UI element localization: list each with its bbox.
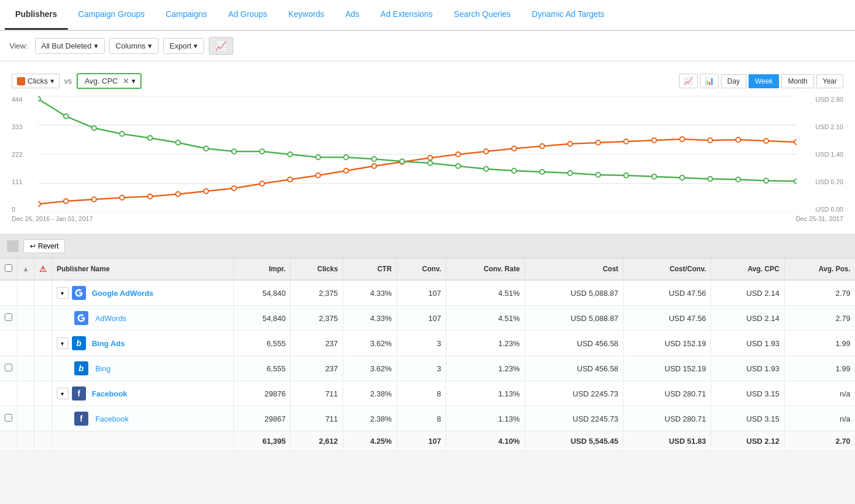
- tab-ad-groups[interactable]: Ad Groups: [218, 0, 278, 30]
- facebook-ads-icon: f: [72, 386, 86, 401]
- tab-keywords[interactable]: Keywords: [278, 0, 335, 30]
- svg-point-45: [372, 157, 377, 161]
- publishers-table: ▲ ⚠ Publisher Name Impr. Clicks CTR Conv…: [0, 258, 855, 451]
- row-clicks-cell: 711: [291, 406, 343, 431]
- facebook-name[interactable]: Facebook: [95, 415, 129, 423]
- row-checkbox-cell: [0, 381, 18, 406]
- svg-point-17: [372, 164, 377, 168]
- tab-ads[interactable]: Ads: [335, 0, 370, 30]
- header-triangle: ▲: [18, 258, 35, 280]
- tab-campaigns[interactable]: Campaigns: [155, 0, 218, 30]
- metric2-selector[interactable]: Avg. CPC ✕ ▾: [77, 73, 142, 89]
- export-dropdown[interactable]: Export ▾: [163, 38, 205, 54]
- svg-point-21: [484, 149, 488, 154]
- row-conv-cell: 8: [397, 406, 446, 431]
- svg-point-52: [568, 171, 573, 175]
- bing-ads-name[interactable]: Bing Ads: [92, 339, 125, 348]
- expand-google-button[interactable]: ▾: [57, 287, 68, 299]
- svg-point-53: [596, 172, 601, 177]
- metric2-label: Avg. CPC: [85, 77, 118, 85]
- chart-time-controls: 📈 📊 Day Week Month Year: [679, 74, 843, 88]
- view-option-label: All But Deleted: [42, 42, 92, 50]
- warning-icon: ⚠: [39, 264, 47, 274]
- revert-icon: ↩: [30, 242, 36, 250]
- svg-point-31: [764, 139, 768, 143]
- tab-ad-extensions[interactable]: Ad Extensions: [370, 0, 444, 30]
- header-warning: ⚠: [34, 258, 51, 280]
- row-triangle-cell: [18, 381, 35, 406]
- row-name-cell: ▾ Google AdWords: [51, 280, 234, 306]
- facebook-checkbox[interactable]: [5, 414, 12, 422]
- metric1-selector[interactable]: Clicks ▾: [12, 74, 60, 88]
- svg-point-6: [64, 199, 68, 203]
- facebook-ads-name[interactable]: Facebook: [92, 389, 127, 398]
- expand-bing-button[interactable]: ▾: [57, 337, 68, 349]
- google-adwords-name[interactable]: Google AdWords: [92, 289, 153, 298]
- drag-handle[interactable]: [7, 240, 19, 252]
- columns-label: Columns: [116, 42, 146, 50]
- svg-point-39: [204, 146, 208, 151]
- select-all-checkbox[interactable]: [5, 264, 12, 272]
- columns-chevron-icon: ▾: [148, 42, 152, 50]
- row-cost-conv-cell: USD 47.56: [623, 306, 711, 331]
- row-conv-cell: 107: [397, 306, 446, 331]
- row-impr-cell: 6,555: [234, 331, 291, 356]
- svg-point-11: [204, 189, 208, 194]
- table-row: ▾ Google AdWords 54,840 2,375 4.33% 107 …: [0, 280, 855, 306]
- adwords-name[interactable]: AdWords: [95, 314, 126, 323]
- y-right-000: USD 0.00: [815, 206, 843, 213]
- tab-publishers[interactable]: Publishers: [5, 0, 68, 30]
- row-cost-cell: USD 456.58: [525, 356, 623, 381]
- view-chevron-icon: ▾: [94, 42, 98, 50]
- tab-search-queries[interactable]: Search Queries: [443, 0, 521, 30]
- adwords-checkbox[interactable]: [5, 313, 12, 321]
- table-row: AdWords 54,840 2,375 4.33% 107 4.51% USD…: [0, 306, 855, 331]
- bing-name[interactable]: Bing: [95, 364, 111, 373]
- metric2-close-icon[interactable]: ✕: [123, 77, 129, 85]
- time-month-button[interactable]: Month: [781, 74, 813, 88]
- row-avg-pos-cell: n/a: [784, 381, 855, 406]
- tab-campaign-groups[interactable]: Campaign Groups: [68, 0, 156, 30]
- expand-facebook-button[interactable]: ▾: [57, 388, 68, 399]
- chart-toggle-button[interactable]: 📈: [209, 37, 233, 55]
- row-impr-cell: 6,555: [234, 356, 291, 381]
- row-name-cell: f Facebook: [51, 406, 234, 431]
- tab-dynamic-ad-targets[interactable]: Dynamic Ad Targets: [521, 0, 615, 30]
- row-checkbox-cell: [0, 331, 18, 356]
- svg-point-55: [652, 174, 657, 179]
- bing-checkbox[interactable]: [5, 364, 12, 371]
- chart-dates: Dec 26, 2016 - Jan 01, 2017 Dec 25-31, 2…: [12, 215, 843, 222]
- svg-point-36: [120, 132, 125, 136]
- row-conv-rate-cell: 1.23%: [446, 356, 525, 381]
- y-left-444: 444: [12, 96, 22, 103]
- totals-conv: 107: [397, 431, 446, 451]
- chart-type-line-button[interactable]: 📈: [679, 74, 698, 88]
- time-day-button[interactable]: Day: [721, 74, 746, 88]
- row-clicks-cell: 237: [291, 356, 343, 381]
- chart-type-bar-button[interactable]: 📊: [700, 74, 719, 88]
- svg-point-30: [736, 137, 740, 142]
- time-year-button[interactable]: Year: [816, 74, 843, 88]
- row-avg-cpc-cell: USD 2.14: [711, 280, 784, 306]
- svg-point-59: [764, 178, 768, 183]
- y-right-280: USD 2.80: [815, 96, 843, 103]
- y-right-210: USD 2.10: [815, 123, 843, 130]
- view-dropdown[interactable]: All But Deleted ▾: [35, 38, 105, 54]
- google-adwords-icon: [72, 286, 86, 300]
- table-row: f Facebook 29867 711 2.38% 8 1.13% USD 2…: [0, 406, 855, 431]
- time-week-button[interactable]: Week: [749, 74, 779, 88]
- svg-point-13: [260, 181, 264, 186]
- metric1-color: [17, 77, 25, 85]
- row-warning-cell: [34, 331, 51, 356]
- header-cost-conv: Cost/Conv.: [623, 258, 711, 280]
- chart-selectors: Clicks ▾ vs Avg. CPC ✕ ▾: [12, 73, 142, 89]
- columns-dropdown[interactable]: Columns ▾: [109, 38, 158, 54]
- row-cost-conv-cell: USD 280.71: [623, 381, 711, 406]
- totals-empty1: [0, 431, 18, 451]
- svg-point-56: [680, 175, 684, 180]
- row-ctr-cell: 2.38%: [343, 406, 397, 431]
- svg-point-51: [540, 170, 544, 174]
- revert-button[interactable]: ↩ Revert: [23, 239, 65, 253]
- row-warning-cell: [34, 381, 51, 406]
- chart-icon: 📈: [215, 41, 227, 51]
